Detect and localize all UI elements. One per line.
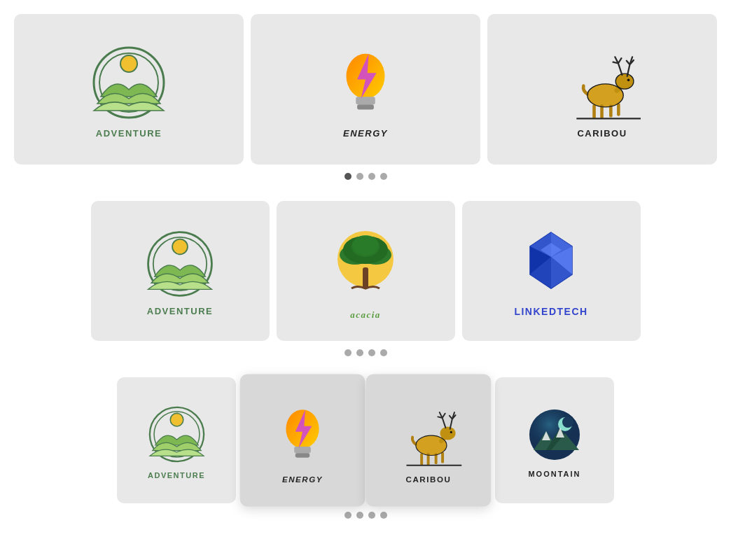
moontain-label-1: MOONTAIN	[528, 470, 580, 478]
carousel-row-2: ADVENTURE acacia	[14, 201, 717, 356]
linkedtech-card-1[interactable]: LINKEDTECH	[462, 201, 641, 341]
linkedtech-label-1: LINKEDTECH	[514, 306, 587, 317]
adventure-label-2: ADVENTURE	[147, 306, 213, 316]
svg-rect-41	[295, 453, 309, 457]
carousel-row-1: ADVENTURE ENERGY	[14, 14, 717, 180]
adventure-label-3: ADVENTURE	[148, 471, 205, 479]
adventure-label-1: ADVENTURE	[96, 128, 162, 139]
energy-card-1[interactable]: ENERGY	[251, 14, 480, 164]
dot-3-3[interactable]	[368, 512, 375, 519]
energy-label-2: ENERGY	[282, 475, 323, 484]
adventure-icon-2	[145, 229, 215, 299]
energy-label-1: ENERGY	[343, 128, 388, 139]
svg-point-2	[120, 55, 137, 72]
caribou-card-1[interactable]: CARIBOU	[487, 14, 717, 164]
svg-rect-47	[441, 451, 444, 463]
logo-row-2: ADVENTURE acacia	[14, 201, 717, 341]
svg-rect-44	[420, 453, 423, 465]
energy-card-2[interactable]: ENERGY	[240, 374, 366, 507]
energy-icon-2	[277, 401, 328, 468]
caribou-label-2: CARIBOU	[406, 475, 452, 484]
moontain-card-1[interactable]: MOONTAIN	[495, 377, 614, 503]
moontain-icon-1	[527, 407, 583, 463]
dot-1-4[interactable]	[380, 173, 387, 180]
dot-3-1[interactable]	[344, 512, 351, 519]
adventure-icon-1	[90, 44, 167, 121]
dot-2-2[interactable]	[356, 349, 363, 356]
svg-point-13	[627, 78, 630, 81]
dot-3-4[interactable]	[380, 512, 387, 519]
acacia-icon-1	[330, 225, 401, 302]
logo-row-1: ADVENTURE ENERGY	[14, 14, 717, 164]
energy-icon-1	[334, 44, 397, 121]
dot-2-4[interactable]	[380, 349, 387, 356]
logo-row-3: ADVENTURE ENERGY	[14, 377, 717, 503]
acacia-card-1[interactable]: acacia	[277, 201, 455, 341]
svg-rect-5	[356, 97, 375, 104]
dot-3-2[interactable]	[356, 512, 363, 519]
dots-row-3	[14, 512, 717, 519]
dot-2-3[interactable]	[368, 349, 375, 356]
svg-point-48	[450, 430, 452, 433]
svg-rect-9	[592, 104, 596, 118]
caribou-card-2[interactable]: CARIBOU	[366, 374, 492, 507]
linkedtech-icon-1	[523, 229, 579, 299]
svg-rect-12	[617, 103, 620, 115]
dot-1-1[interactable]	[344, 173, 351, 180]
caribou-icon-1	[557, 44, 648, 121]
dot-1-2[interactable]	[356, 173, 363, 180]
dot-1-3[interactable]	[368, 173, 375, 180]
adventure-icon-3	[147, 405, 207, 464]
svg-rect-25	[363, 267, 368, 288]
svg-point-38	[170, 413, 183, 426]
caribou-icon-2	[388, 401, 469, 468]
adventure-card-3[interactable]: ADVENTURE	[117, 377, 236, 503]
svg-point-57	[562, 416, 573, 428]
svg-rect-40	[294, 446, 311, 452]
carousel-row-3: ADVENTURE ENERGY	[14, 377, 717, 519]
adventure-card-1[interactable]: ADVENTURE	[14, 14, 244, 164]
dots-row-1	[14, 173, 717, 180]
dots-row-2	[14, 349, 717, 356]
svg-rect-6	[357, 104, 374, 109]
dot-2-1[interactable]	[344, 349, 351, 356]
adventure-card-2[interactable]: ADVENTURE	[91, 201, 270, 341]
svg-point-19	[172, 239, 188, 255]
svg-point-52	[529, 410, 580, 460]
svg-point-27	[351, 236, 380, 257]
acacia-label-1: acacia	[350, 309, 381, 321]
caribou-label-1: CARIBOU	[577, 128, 627, 139]
